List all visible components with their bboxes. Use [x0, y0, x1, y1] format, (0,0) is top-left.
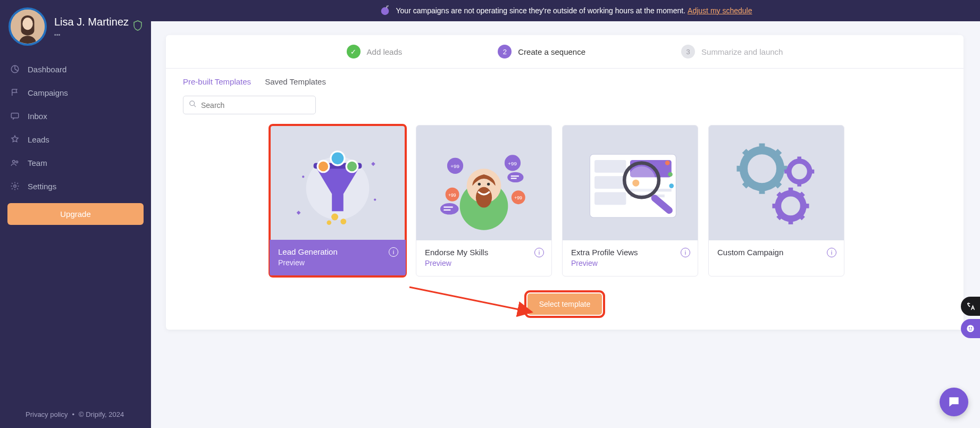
svg-point-54 [665, 161, 670, 165]
step-number: 3 [681, 45, 695, 58]
svg-text:z: z [387, 4, 389, 7]
banner-text: Your campaigns are not operating since t… [396, 6, 686, 15]
step-create-sequence[interactable]: 2 Create a sequence [498, 45, 585, 58]
template-thumb [270, 125, 406, 240]
svg-point-20 [302, 175, 304, 178]
svg-point-26 [476, 187, 492, 208]
svg-point-2 [22, 18, 33, 30]
team-icon [10, 157, 20, 168]
template-card-custom[interactable]: Custom Campaign i [708, 125, 844, 276]
template-title: Endorse My Skills [425, 248, 543, 257]
flag-icon [10, 87, 20, 98]
sidebar-footer: Privacy policy • © Dripify, 2024 [0, 401, 151, 428]
privacy-link[interactable]: Privacy policy [26, 410, 68, 418]
sidebar-item-leads[interactable]: Leads [0, 128, 151, 151]
svg-rect-42 [511, 178, 517, 179]
sidebar-item-label: Settings [28, 182, 56, 191]
sidebar-item-dashboard[interactable]: Dashboard [0, 57, 151, 81]
step-summarize[interactable]: 3 Summarize and launch [681, 45, 783, 58]
tab-saved[interactable]: Saved Templates [265, 77, 326, 90]
check-icon: ✓ [347, 45, 361, 58]
svg-point-40 [507, 172, 523, 182]
svg-text:+99: +99 [514, 195, 522, 200]
svg-point-85 [969, 327, 970, 328]
info-icon[interactable]: i [827, 248, 836, 257]
template-tabs: Pre-built Templates Saved Templates [166, 69, 964, 90]
template-thumb [563, 125, 698, 240]
profile-name: Lisa J. Martinez [54, 16, 129, 28]
svg-text:+99: +99 [450, 163, 459, 169]
svg-point-86 [971, 327, 972, 328]
step-label: Create a sequence [518, 47, 585, 56]
svg-point-7 [14, 185, 16, 188]
template-thumb [709, 125, 844, 240]
template-preview-link[interactable]: Preview [278, 258, 397, 267]
message-icon [10, 111, 20, 121]
svg-point-6 [16, 161, 18, 163]
sidebar-item-label: Team [28, 158, 47, 167]
main-panel: ✓ Add leads 2 Create a sequence 3 Summar… [166, 35, 964, 330]
svg-point-72 [796, 168, 803, 175]
svg-line-62 [744, 151, 749, 155]
sidebar-item-label: Campaigns [28, 88, 68, 97]
search-input[interactable] [201, 101, 310, 110]
svg-point-11 [190, 101, 195, 106]
svg-rect-46 [594, 192, 626, 205]
svg-line-64 [744, 182, 749, 187]
template-title: Custom Campaign [717, 248, 835, 257]
template-preview-link[interactable]: Preview [571, 259, 689, 267]
template-title: Lead Generation [278, 247, 397, 256]
svg-point-37 [440, 203, 459, 215]
info-icon[interactable]: i [534, 248, 544, 257]
template-card-endorse-skills[interactable]: +99 +99 +99 +99 Endorse My Skills Previe… [416, 125, 552, 276]
sidebar-item-settings[interactable]: Settings [0, 174, 151, 198]
svg-line-63 [776, 182, 780, 187]
info-icon[interactable]: i [389, 247, 398, 257]
svg-point-84 [967, 325, 974, 332]
tab-prebuilt[interactable]: Pre-built Templates [183, 77, 251, 90]
svg-point-15 [317, 161, 329, 172]
shield-icon [133, 20, 143, 33]
svg-rect-22 [297, 211, 301, 215]
sidebar-item-inbox[interactable]: Inbox [0, 104, 151, 128]
svg-rect-44 [594, 160, 626, 173]
sidebar-item-team[interactable]: Team [0, 151, 151, 174]
gear-icon [10, 181, 20, 191]
template-card-lead-generation[interactable]: Lead Generation Preview i [270, 125, 406, 276]
svg-point-21 [374, 198, 376, 200]
nav: Dashboard Campaigns Inbox Leads Team Set… [0, 57, 151, 198]
sidebar-item-label: Dashboard [28, 65, 66, 74]
avatar[interactable] [9, 7, 47, 46]
select-template-button[interactable]: Select template [527, 293, 602, 315]
banner-link[interactable]: Adjust my schedule [688, 6, 752, 15]
chat-fab[interactable] [940, 388, 968, 416]
svg-point-19 [326, 220, 331, 225]
svg-rect-39 [443, 209, 450, 211]
svg-rect-45 [594, 176, 626, 189]
search-icon [189, 100, 197, 110]
svg-point-18 [340, 219, 346, 224]
sidebar-item-label: Leads [28, 135, 49, 144]
template-title: Extra Profile Views [571, 248, 689, 257]
svg-point-27 [478, 182, 481, 185]
help-fab[interactable] [961, 319, 980, 338]
template-preview-link[interactable]: Preview [425, 259, 543, 267]
svg-point-82 [786, 202, 795, 211]
translate-fab[interactable] [961, 297, 980, 316]
svg-rect-4 [11, 113, 19, 118]
step-number: 2 [498, 45, 512, 58]
step-label: Summarize and launch [701, 47, 783, 56]
template-card-profile-views[interactable]: Extra Profile Views Preview i [562, 125, 698, 276]
side-fab-column [961, 297, 980, 338]
svg-line-65 [776, 151, 780, 155]
svg-point-28 [487, 182, 490, 185]
svg-rect-23 [371, 162, 375, 166]
svg-rect-38 [443, 206, 453, 207]
sidebar-item-campaigns[interactable]: Campaigns [0, 81, 151, 104]
search-box[interactable] [183, 96, 316, 114]
stepper: ✓ Add leads 2 Create a sequence 3 Summar… [166, 35, 964, 69]
step-add-leads[interactable]: ✓ Add leads [347, 45, 403, 58]
info-icon[interactable]: i [681, 248, 690, 257]
svg-line-79 [800, 216, 803, 219]
upgrade-button[interactable]: Upgrade [7, 203, 144, 225]
